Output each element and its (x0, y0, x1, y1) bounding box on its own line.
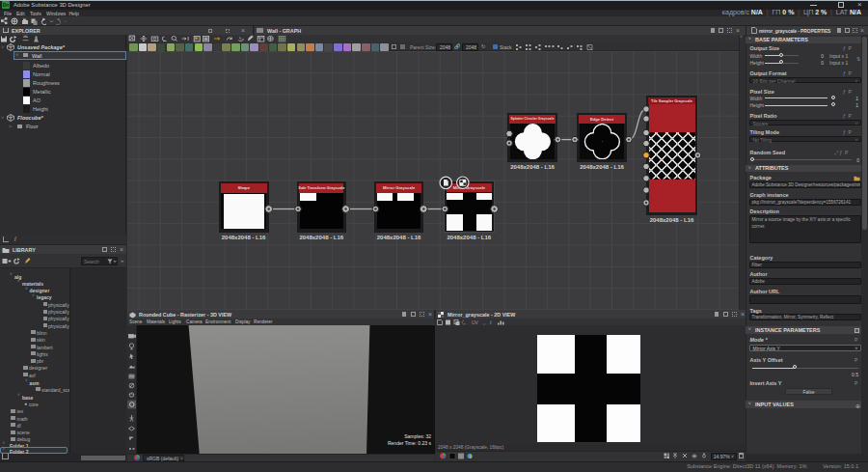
svg-text:UV: UV (472, 319, 479, 325)
svg-text:i: i (490, 319, 492, 325)
